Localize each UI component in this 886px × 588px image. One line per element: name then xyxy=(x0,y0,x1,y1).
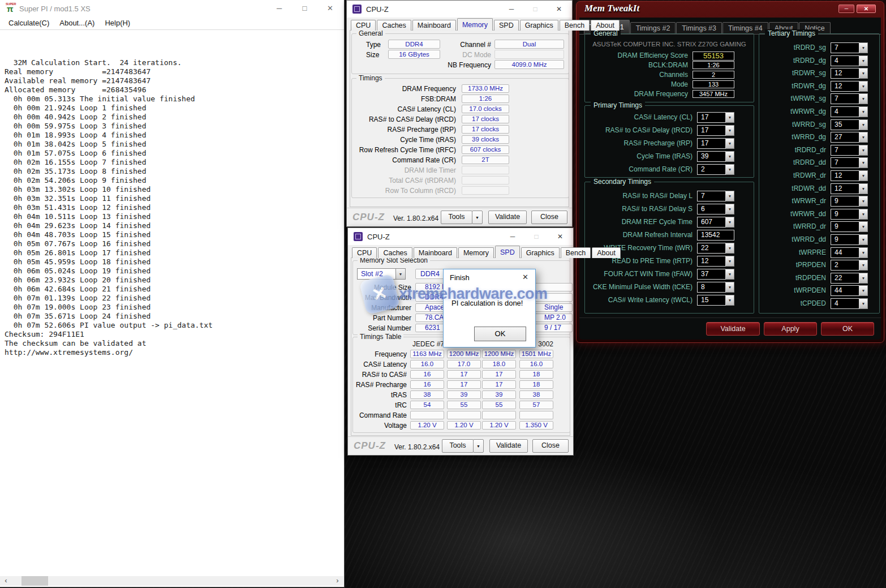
dropdown-arrow-icon[interactable]: ▼ xyxy=(859,42,868,53)
timing-value[interactable]: 44 xyxy=(831,247,859,258)
timing-select[interactable]: 13542 ▼ xyxy=(697,230,734,241)
scroll-right-icon[interactable]: › xyxy=(333,576,342,586)
dropdown-arrow-icon[interactable]: ▼ xyxy=(859,260,868,271)
tools-dropdown-icon[interactable]: ▼ xyxy=(472,211,483,224)
timing-select[interactable]: 7 ▼ xyxy=(831,93,868,104)
dropdown-arrow-icon[interactable]: ▼ xyxy=(859,170,868,181)
timing-value[interactable]: 9 xyxy=(831,221,859,232)
tab[interactable]: Timings #4 xyxy=(722,22,768,34)
timing-value[interactable]: 4 xyxy=(831,55,859,66)
timing-select[interactable]: 4 ▼ xyxy=(831,106,868,117)
timing-select[interactable]: 27 ▼ xyxy=(831,132,868,143)
timing-value[interactable]: 7 xyxy=(697,191,726,201)
timing-value[interactable]: 9 xyxy=(831,234,859,245)
menu-item[interactable]: About...(A) xyxy=(54,16,100,27)
dropdown-arrow-icon[interactable]: ▼ xyxy=(396,268,406,280)
timing-value[interactable]: 2 xyxy=(831,260,859,271)
timing-select[interactable]: 9 ▼ xyxy=(831,196,868,207)
tab[interactable]: Mainboard xyxy=(414,247,457,258)
timing-select[interactable]: 4 ▼ xyxy=(831,55,868,66)
dropdown-arrow-icon[interactable]: ▼ xyxy=(726,217,734,228)
minimize-icon[interactable]: ─ xyxy=(838,5,854,13)
memtweakit-titlebar[interactable]: Mem TweakIt ─ ✕ xyxy=(577,2,884,17)
dropdown-arrow-icon[interactable]: ▼ xyxy=(859,81,868,92)
dropdown-arrow-icon[interactable]: ▼ xyxy=(859,55,868,66)
timing-select[interactable]: 22 ▼ xyxy=(831,273,868,284)
apply-button[interactable]: Apply xyxy=(764,322,817,336)
timing-select[interactable]: 17 ▼ xyxy=(697,112,734,123)
timing-select[interactable]: 35 ▼ xyxy=(831,119,868,130)
tab[interactable]: Caches xyxy=(378,247,412,258)
timing-value[interactable]: 6 xyxy=(697,204,726,214)
timing-value[interactable]: 12 xyxy=(697,256,726,267)
tools-dropdown-icon[interactable]: ▼ xyxy=(473,439,484,453)
dropdown-arrow-icon[interactable]: ▼ xyxy=(859,157,868,168)
timing-value[interactable]: 22 xyxy=(697,243,726,254)
timing-select[interactable]: 12 ▼ xyxy=(831,170,868,181)
dropdown-arrow-icon[interactable]: ▼ xyxy=(859,285,868,296)
validate-button[interactable]: Validate xyxy=(489,439,528,453)
dropdown-arrow-icon[interactable]: ▼ xyxy=(859,183,868,194)
tab[interactable]: SPD xyxy=(494,20,519,31)
timing-select[interactable]: 607 ▼ xyxy=(697,217,734,228)
tools-button[interactable]: Tools xyxy=(442,439,474,453)
timing-value[interactable]: 2 xyxy=(697,164,726,175)
timing-select[interactable]: 17 ▼ xyxy=(697,138,734,149)
dropdown-arrow-icon[interactable]: ▼ xyxy=(726,138,734,149)
timing-value[interactable]: 7 xyxy=(831,42,859,53)
timing-value[interactable]: 13542 xyxy=(697,230,734,241)
tab[interactable]: CPU xyxy=(351,20,376,31)
dropdown-arrow-icon[interactable]: ▼ xyxy=(726,282,734,293)
timing-select[interactable]: 9 ▼ xyxy=(831,234,868,245)
dropdown-arrow-icon[interactable]: ▼ xyxy=(859,273,868,284)
timing-value[interactable]: 22 xyxy=(831,273,859,284)
close-button[interactable]: Close xyxy=(531,211,567,224)
dropdown-arrow-icon[interactable]: ▼ xyxy=(726,151,734,162)
timing-select[interactable]: 9 ▼ xyxy=(831,209,868,220)
dropdown-arrow-icon[interactable]: ▼ xyxy=(726,204,734,214)
minimize-icon[interactable]: ─ xyxy=(266,0,292,16)
timing-select[interactable]: 37 ▼ xyxy=(697,269,734,280)
tab[interactable]: Graphics xyxy=(520,20,558,31)
timing-value[interactable]: 4 xyxy=(831,106,859,117)
dropdown-arrow-icon[interactable]: ▼ xyxy=(859,247,868,258)
timing-select[interactable]: 7 ▼ xyxy=(697,191,734,201)
tab[interactable]: Mainboard xyxy=(412,20,456,31)
minimize-icon[interactable]: ─ xyxy=(501,228,524,245)
timing-select[interactable]: 9 ▼ xyxy=(831,221,868,232)
timing-value[interactable]: 12 xyxy=(831,170,859,181)
dropdown-arrow-icon[interactable]: ▼ xyxy=(859,68,868,79)
horizontal-scrollbar[interactable]: ‹ › xyxy=(0,576,343,586)
minimize-icon[interactable]: ─ xyxy=(500,1,523,18)
dropdown-arrow-icon[interactable]: ▼ xyxy=(726,191,734,201)
dropdown-arrow-icon[interactable]: ▼ xyxy=(859,93,868,104)
superpi-titlebar[interactable]: SUPER π Super PI / mod1.5 XS ─ □ ✕ xyxy=(0,0,344,16)
tab[interactable]: About xyxy=(592,247,621,258)
timing-value[interactable]: 607 xyxy=(697,217,726,228)
timing-select[interactable]: 17 ▼ xyxy=(697,125,734,136)
timing-value[interactable]: 7 xyxy=(831,145,859,156)
dropdown-arrow-icon[interactable]: ▼ xyxy=(859,196,868,207)
close-icon[interactable]: ✕ xyxy=(857,5,876,13)
timing-select[interactable]: 39 ▼ xyxy=(697,151,734,162)
timing-value[interactable]: 27 xyxy=(831,132,859,143)
timing-value[interactable]: 12 xyxy=(831,183,859,194)
timing-value[interactable]: 12 xyxy=(831,81,859,92)
timing-value[interactable]: 17 xyxy=(697,125,726,136)
dropdown-arrow-icon[interactable]: ▼ xyxy=(726,164,734,175)
timing-select[interactable]: 44 ▼ xyxy=(831,285,868,296)
tab[interactable]: Timings #2 xyxy=(630,22,676,34)
dropdown-arrow-icon[interactable]: ▼ xyxy=(859,209,868,220)
dropdown-arrow-icon[interactable]: ▼ xyxy=(859,106,868,117)
timing-value[interactable]: 37 xyxy=(697,269,726,280)
timing-select[interactable]: 12 ▼ xyxy=(697,256,734,267)
validate-button[interactable]: Validate xyxy=(706,322,760,336)
dropdown-arrow-icon[interactable]: ▼ xyxy=(726,256,734,267)
timing-select[interactable]: 44 ▼ xyxy=(831,247,868,258)
timing-value[interactable]: 7 xyxy=(831,157,859,168)
tab[interactable]: Caches xyxy=(377,20,411,31)
tools-button[interactable]: Tools xyxy=(441,211,472,224)
timing-select[interactable]: 12 ▼ xyxy=(831,183,868,194)
timing-value[interactable]: 17 xyxy=(697,112,726,123)
timing-select[interactable]: 7 ▼ xyxy=(831,145,868,156)
